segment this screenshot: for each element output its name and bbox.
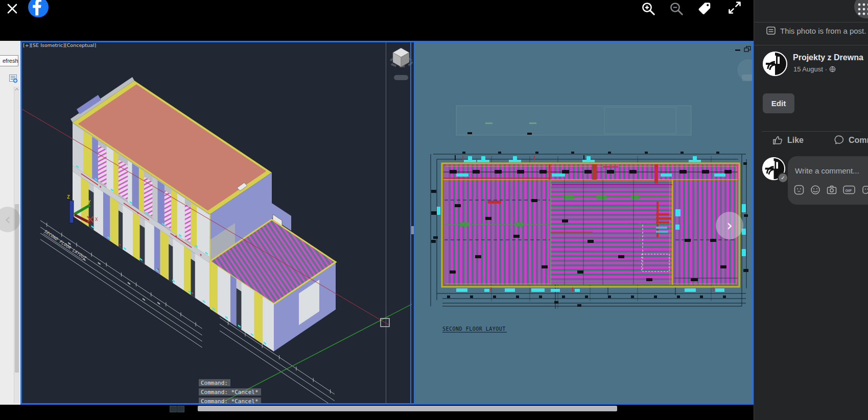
zoom-in-button[interactable] bbox=[641, 1, 656, 18]
fullscreen-button[interactable] bbox=[728, 1, 742, 16]
command-text-2: Command: *Cancel* bbox=[201, 389, 259, 396]
like-icon bbox=[772, 135, 783, 145]
refresh-button[interactable]: efresh bbox=[0, 55, 18, 66]
cad-bottom-strip bbox=[0, 405, 754, 420]
viewer-topbar bbox=[0, 0, 754, 39]
command-text-1: Command: bbox=[201, 380, 228, 386]
globe-icon bbox=[829, 66, 836, 72]
emoji-icon[interactable] bbox=[810, 185, 820, 195]
page-avatar[interactable] bbox=[763, 52, 787, 76]
add-list-icon[interactable] bbox=[9, 75, 18, 83]
avatar-sticker-icon[interactable] bbox=[794, 185, 804, 195]
post-meta: 15 August · bbox=[793, 65, 836, 73]
chevron-right-icon: › bbox=[726, 218, 733, 233]
comment-composer[interactable]: Write a comment... bbox=[788, 156, 868, 205]
zoom-out-icon bbox=[669, 1, 684, 16]
close-button[interactable] bbox=[3, 0, 21, 18]
comment-icon bbox=[834, 135, 844, 145]
scroll-up-icon bbox=[15, 88, 19, 91]
horizontal-scrollbar[interactable] bbox=[198, 406, 617, 411]
zoom-in-icon bbox=[641, 1, 656, 16]
divider bbox=[762, 131, 861, 132]
gif-icon[interactable]: GIF bbox=[843, 185, 855, 195]
edit-button[interactable]: Edit bbox=[763, 93, 794, 113]
divider bbox=[754, 22, 868, 22]
ucs-y-label: Y bbox=[88, 200, 91, 205]
sticker-icon[interactable] bbox=[861, 185, 868, 195]
gif-label: GIF bbox=[846, 188, 852, 193]
zoom-out-button[interactable] bbox=[669, 1, 684, 18]
facebook-logo-icon[interactable] bbox=[28, 0, 49, 17]
panel-scrollbar[interactable] bbox=[14, 87, 19, 403]
plan-title: SECOND FLOOR LAYOUT bbox=[442, 326, 506, 332]
post-sidebar: This photo is from a post. Projekty z Dr… bbox=[754, 0, 868, 420]
comment-input[interactable]: Write a comment... bbox=[795, 166, 859, 175]
comment-label: Comment bbox=[849, 136, 868, 145]
verified-badge-icon: ✓ bbox=[778, 172, 788, 183]
tag-icon bbox=[697, 1, 712, 16]
minimize-icon[interactable] bbox=[735, 50, 740, 51]
ucs-x-label: X bbox=[95, 217, 98, 222]
apps-grid-button[interactable] bbox=[854, 0, 868, 18]
post-note-icon bbox=[766, 26, 776, 35]
like-button[interactable]: Like bbox=[769, 134, 807, 146]
plan-room-left bbox=[443, 180, 550, 285]
viewport-splitter[interactable] bbox=[411, 226, 414, 234]
cad-drawing-area[interactable]: SECOND FLOOR LAYOUT bbox=[20, 41, 754, 405]
viewport-label[interactable]: [+][SE Isometric][Conceptual] bbox=[23, 42, 96, 48]
photo-viewer: efresh bbox=[0, 0, 868, 420]
ucs-z-label: Z bbox=[67, 194, 70, 200]
post-note-text: This photo is from a post. bbox=[780, 27, 866, 35]
expand-icon bbox=[728, 1, 742, 15]
comment-button[interactable]: Comment bbox=[831, 134, 868, 146]
layout-tab-icon[interactable] bbox=[177, 406, 184, 412]
close-icon bbox=[6, 3, 18, 15]
divider bbox=[754, 45, 868, 45]
next-photo-button[interactable]: › bbox=[716, 212, 743, 239]
camera-icon[interactable] bbox=[827, 185, 837, 195]
post-note-row: This photo is from a post. bbox=[766, 26, 866, 35]
page-name[interactable]: Projekty z Drewna bbox=[793, 53, 863, 62]
grid-dots-icon bbox=[856, 2, 868, 17]
date-separator: · bbox=[825, 65, 827, 73]
chevron-left-icon: ‹ bbox=[5, 212, 11, 227]
layout-tab-icon[interactable] bbox=[170, 406, 177, 412]
tag-photo-button[interactable] bbox=[697, 1, 712, 17]
like-label: Like bbox=[787, 136, 804, 145]
post-date[interactable]: 15 August bbox=[793, 65, 823, 73]
